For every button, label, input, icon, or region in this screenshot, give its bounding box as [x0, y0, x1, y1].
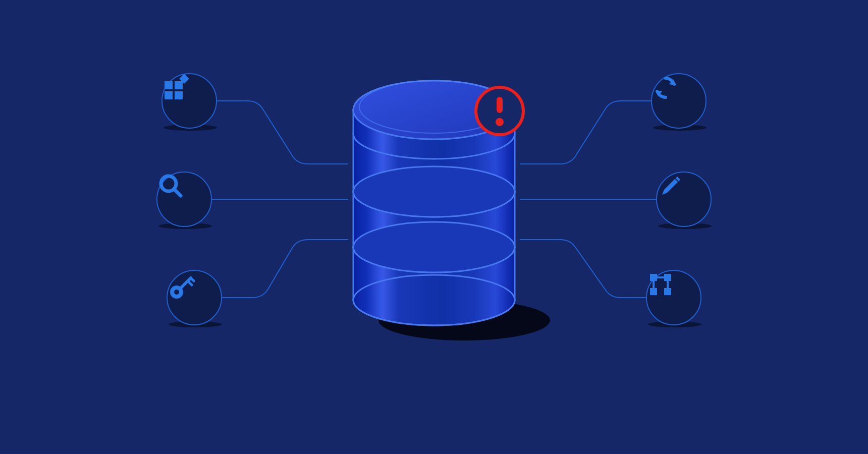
svg-rect-8	[497, 97, 503, 113]
svg-point-9	[496, 118, 504, 126]
alert-badge	[0, 0, 868, 454]
database-diagram	[0, 0, 868, 454]
